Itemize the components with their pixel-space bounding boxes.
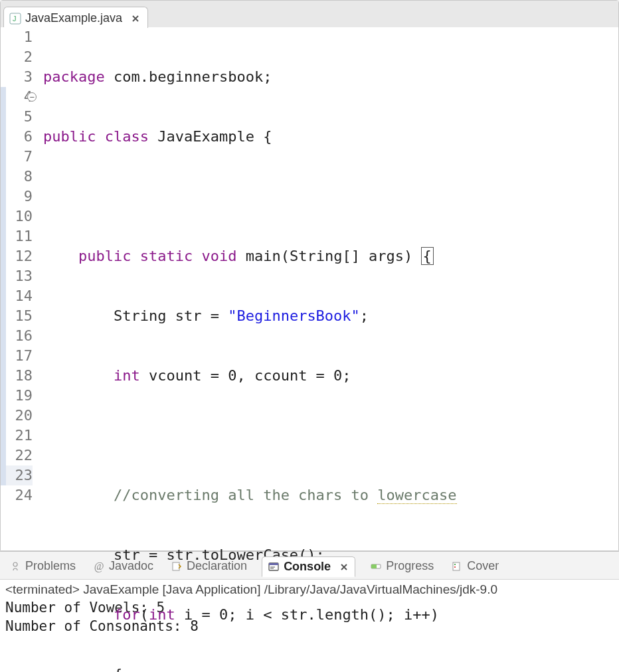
- fold-toggle-icon[interactable]: −: [27, 92, 37, 102]
- editor-tab-bar: J JavaExample.java: [1, 1, 618, 27]
- line-number: 4 −: [1, 87, 33, 107]
- tab-console[interactable]: Console: [262, 556, 355, 577]
- line-number: 3: [1, 67, 33, 87]
- close-icon[interactable]: [130, 13, 141, 24]
- code-editor[interactable]: 1 2 3 4 − 5 6 7 8 9 10 11 12 13 14 15 16…: [1, 27, 618, 550]
- line-number: 1: [1, 27, 33, 47]
- matching-brace: {: [422, 248, 433, 264]
- close-icon[interactable]: [339, 562, 349, 572]
- console-icon: [268, 561, 280, 573]
- java-file-icon: J: [9, 13, 21, 25]
- editor-tab-label: JavaExample.java: [25, 11, 122, 25]
- line-number: 2: [1, 47, 33, 67]
- editor-pane: J JavaExample.java 1 2 3 4 − 5 6 7 8 9 1…: [0, 0, 619, 551]
- svg-rect-5: [269, 563, 278, 565]
- svg-text:J: J: [13, 15, 17, 23]
- method-highlight-bar: [1, 87, 6, 485]
- tab-label: Console: [284, 560, 331, 574]
- line-number-gutter: 1 2 3 4 − 5 6 7 8 9 10 11 12 13 14 15 16…: [1, 27, 39, 550]
- spellcheck-warning: lowercase: [377, 487, 456, 504]
- line-number: 24: [1, 485, 33, 505]
- code-content[interactable]: package com.beginnersbook; public class …: [39, 27, 618, 550]
- svg-point-2: [13, 562, 17, 566]
- editor-tab[interactable]: J JavaExample.java: [3, 7, 148, 28]
- problems-icon: [9, 560, 21, 572]
